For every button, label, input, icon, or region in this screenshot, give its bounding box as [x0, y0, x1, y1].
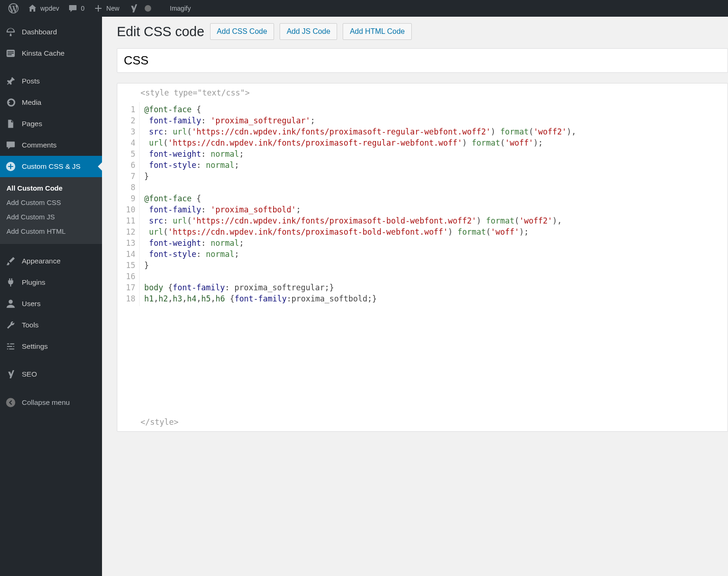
menu-media[interactable]: Media — [0, 92, 102, 113]
page-title: Edit CSS code — [117, 24, 204, 39]
comments-link[interactable]: 0 — [64, 0, 89, 17]
code-line[interactable]: url('https://cdn.wpdev.ink/fonts/proxima… — [144, 137, 723, 148]
menu-label: Kinsta Cache — [22, 49, 64, 58]
menu-comments[interactable]: Comments — [0, 134, 102, 156]
comment-icon — [68, 4, 77, 13]
svg-rect-2 — [7, 51, 13, 52]
code-area[interactable]: @font-face { font-family: 'proxima_softr… — [140, 102, 728, 306]
wrench-icon — [6, 320, 16, 330]
admin-bar: wpdev 0 New Imagify — [0, 0, 728, 17]
yoast-icon — [6, 369, 16, 379]
code-line[interactable]: h1,h2,h3,h4,h5,h6 {font-family:proxima_s… — [144, 293, 723, 304]
wordpress-icon — [8, 3, 19, 13]
code-line[interactable]: font-weight: normal; — [144, 237, 723, 249]
code-editor: <style type="text/css"> 1234567891011121… — [117, 83, 728, 432]
code-line[interactable]: src: url('https://cdn.wpdev.ink/fonts/pr… — [144, 215, 723, 226]
code-line[interactable]: font-family: 'proxima_softbold'; — [144, 204, 723, 215]
menu-appearance[interactable]: Appearance — [0, 250, 102, 272]
submenu-add-custom-css[interactable]: Add Custom CSS — [0, 195, 102, 210]
code-line[interactable] — [144, 271, 723, 282]
wp-logo[interactable] — [4, 0, 23, 17]
menu-users[interactable]: Users — [0, 293, 102, 314]
code-line[interactable]: body {font-family: proxima_softregular;} — [144, 282, 723, 293]
add-html-code-button[interactable]: Add HTML Code — [343, 23, 412, 40]
admin-menu: Dashboard Kinsta Cache Posts Media Pages… — [0, 17, 102, 576]
home-icon — [28, 4, 37, 13]
menu-pages[interactable]: Pages — [0, 113, 102, 134]
menu-dashboard[interactable]: Dashboard — [0, 21, 102, 43]
svg-rect-3 — [7, 53, 13, 54]
submenu-add-custom-js[interactable]: Add Custom JS — [0, 210, 102, 224]
new-label: New — [106, 5, 119, 12]
menu-custom-css-js[interactable]: Custom CSS & JS — [0, 156, 102, 177]
sliders-icon — [6, 341, 16, 352]
pin-icon — [6, 76, 16, 86]
post-title-input[interactable] — [117, 48, 728, 73]
menu-label: Users — [22, 300, 40, 308]
comments-count: 0 — [81, 5, 84, 12]
brush-icon — [6, 256, 16, 266]
menu-tools[interactable]: Tools — [0, 314, 102, 336]
code-line[interactable]: } — [144, 171, 723, 182]
site-name: wpdev — [40, 5, 59, 12]
menu-label: Settings — [22, 342, 48, 351]
site-link[interactable]: wpdev — [23, 0, 64, 17]
code-line[interactable]: font-family: 'proxima_softregular'; — [144, 115, 723, 126]
code-line[interactable]: @font-face { — [144, 104, 723, 115]
menu-label: Media — [22, 98, 41, 107]
chevron-left-circle-icon — [6, 397, 16, 408]
plus-icon — [94, 4, 103, 13]
media-icon — [6, 97, 16, 108]
editor-closing-tag: </style> — [117, 413, 728, 431]
page-icon — [6, 119, 16, 129]
menu-label: Posts — [22, 77, 40, 85]
yoast-icon — [128, 3, 139, 13]
add-css-code-button[interactable]: Add CSS Code — [210, 23, 275, 40]
code-line[interactable]: font-weight: normal; — [144, 148, 723, 160]
menu-label: Appearance — [22, 257, 61, 265]
menu-posts[interactable]: Posts — [0, 70, 102, 92]
code-line[interactable]: url('https://cdn.wpdev.ink/fonts/proxima… — [144, 226, 723, 237]
code-line[interactable]: } — [144, 260, 723, 271]
plus-circle-icon — [6, 161, 16, 172]
imagify-link[interactable]: Imagify — [165, 0, 195, 17]
code-line[interactable]: font-style: normal; — [144, 249, 723, 260]
collapse-label: Collapse menu — [22, 398, 70, 407]
add-js-code-button[interactable]: Add JS Code — [280, 23, 337, 40]
menu-kinsta-cache[interactable]: Kinsta Cache — [0, 43, 102, 64]
code-line[interactable]: @font-face { — [144, 193, 723, 204]
collapse-menu[interactable]: Collapse menu — [0, 393, 102, 412]
dashboard-icon — [6, 27, 16, 37]
code-line[interactable]: src: url('https://cdn.wpdev.ink/fonts/pr… — [144, 126, 723, 137]
svg-rect-4 — [7, 54, 12, 55]
submenu-all-custom-code[interactable]: All Custom Code — [0, 181, 102, 195]
menu-plugins[interactable]: Plugins — [0, 272, 102, 293]
comment-icon — [6, 140, 16, 150]
menu-seo[interactable]: SEO — [0, 364, 102, 385]
svg-point-6 — [9, 300, 13, 304]
menu-label: SEO — [22, 370, 37, 378]
kinsta-icon — [6, 48, 16, 58]
code-line[interactable]: font-style: normal; — [144, 160, 723, 171]
page-content: Edit CSS code Add CSS Code Add JS Code A… — [102, 17, 728, 576]
menu-settings[interactable]: Settings — [0, 336, 102, 357]
yoast-link[interactable] — [124, 0, 156, 17]
menu-label: Plugins — [22, 278, 45, 287]
line-gutter: 123456789101112131415161718 — [117, 102, 140, 306]
imagify-label: Imagify — [170, 5, 191, 12]
new-content[interactable]: New — [89, 0, 124, 17]
menu-label: Comments — [22, 141, 57, 149]
menu-label: Dashboard — [22, 28, 57, 36]
svg-point-7 — [6, 398, 15, 407]
code-line[interactable] — [144, 182, 723, 193]
svg-point-0 — [145, 5, 151, 12]
submenu-add-custom-html[interactable]: Add Custom HTML — [0, 224, 102, 238]
plugin-icon — [6, 277, 16, 288]
user-icon — [6, 299, 16, 309]
menu-label: Tools — [22, 321, 38, 329]
submenu-custom-css-js: All Custom Code Add Custom CSS Add Custo… — [0, 177, 102, 244]
editor-opening-tag: <style type="text/css"> — [117, 83, 728, 102]
menu-label: Pages — [22, 120, 42, 128]
menu-label: Custom CSS & JS — [22, 162, 81, 171]
status-dot-icon — [145, 5, 151, 12]
